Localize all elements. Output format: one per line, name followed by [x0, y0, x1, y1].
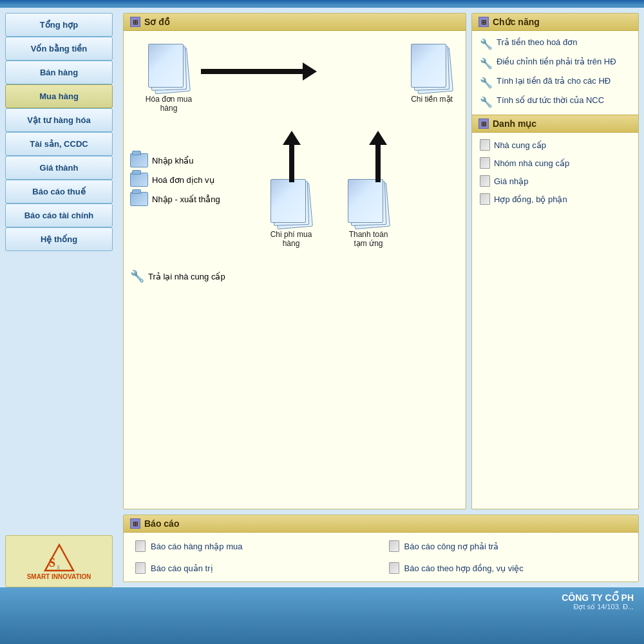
sidebar-btn-vat-tu-hang-hoa[interactable]: Vật tư hàng hóa: [5, 108, 113, 132]
arrow-up-line-1: [289, 145, 294, 182]
arrow-up-2: [368, 131, 388, 182]
chi-tien-label: Chi tiền mặt: [411, 95, 453, 104]
sidebar: Tổng hợpVốn bằng tiềnBán hàngMua hàngVật…: [0, 8, 118, 587]
danh-muc-icon: ⊞: [478, 118, 489, 129]
tra-lai-item[interactable]: 🔧 Trả lại nhà cung cấp: [130, 269, 225, 289]
arrow-up-line-2: [375, 145, 381, 182]
bao-cao-title: Báo cáo: [144, 518, 179, 529]
top-content: ⊞ Sơ đồ Hóa đơn mua hàng: [123, 13, 639, 509]
bc-label: Báo cáo quản trị: [151, 564, 213, 573]
so-do-panel: ⊞ Sơ đồ Hóa đơn mua hàng: [123, 13, 466, 509]
chi-tien-mat-node[interactable]: Chi tiền mặt: [411, 44, 453, 104]
danh-muc-header: ⊞ Danh mục: [472, 115, 638, 133]
dm-label: Nhà cung cấp: [494, 140, 546, 150]
bc-doc-icon: [135, 562, 146, 574]
bao-cao-item[interactable]: Báo cáo hàng nhập mua: [134, 538, 375, 554]
sidebar-btn-mua-hang[interactable]: Mua hàng: [5, 84, 113, 108]
sidebar-btn-tai-san-ccdc[interactable]: Tài sản, CCDC: [5, 132, 113, 156]
bao-cao-item[interactable]: Báo cáo công nợ phải trả: [388, 538, 629, 554]
hoa-don-mua-hang-node[interactable]: Hóa đơn mua hàng: [143, 44, 194, 113]
danh-muc-item[interactable]: Hợp đồng, bộ phận: [478, 191, 632, 207]
thanh-toan-tam-ung-node[interactable]: Thanh toán tạm ứng: [343, 179, 394, 248]
tra-lai-label: Trả lại nhà cung cấp: [148, 272, 225, 281]
bao-cao-content: Báo cáo hàng nhập muaBáo cáo công nợ phả…: [124, 533, 638, 582]
hoa-don-dich-vu-item[interactable]: Hoá đơn dịch vụ: [130, 173, 220, 187]
bao-cao-header: ⊞ Báo cáo: [124, 515, 638, 533]
chuc-nang-item[interactable]: 🔧Tính số dư tức thời của NCC: [478, 93, 632, 111]
chuc-nang-item[interactable]: 🔧Điều chỉnh tiền phải trả trên HĐ: [478, 54, 632, 72]
nhap-khau-folder-icon: [130, 153, 148, 167]
sidebar-buttons: Tổng hợpVốn bằng tiềnBán hàngMua hàngVật…: [5, 13, 113, 251]
chuc-nang-item[interactable]: 🔧Tính lại tiền đã trả cho các HĐ: [478, 73, 632, 91]
main-area: Tổng hợpVốn bằng tiềnBán hàngMua hàngVật…: [0, 8, 644, 587]
dm-doc-icon: [480, 139, 490, 151]
nhap-xuat-thang-item[interactable]: Nhập - xuất thẳng: [130, 192, 220, 206]
arrow-right: [201, 62, 317, 81]
func-label: Tính số dư tức thời của NCC: [497, 95, 604, 105]
doc-page-3: [148, 44, 184, 88]
doc-page-9: [270, 179, 306, 223]
danh-muc-item[interactable]: Giá nhập: [478, 173, 632, 189]
danh-muc-item[interactable]: Nhóm nhà cung cấp: [478, 155, 632, 171]
dm-label: Giá nhập: [494, 176, 529, 186]
bottom-bar: CÔNG TY CỔ PH Đợt số 14/103. Đ...: [0, 587, 644, 644]
so-do-content: Hóa đơn mua hàng Chi ti: [124, 31, 466, 509]
bao-cao-item[interactable]: Báo cáo theo hợp đồng, vụ việc: [388, 560, 629, 576]
bao-cao-panel: ⊞ Báo cáo Báo cáo hàng nhập muaBáo cáo c…: [123, 515, 639, 582]
bc-label: Báo cáo hàng nhập mua: [151, 542, 242, 551]
nhap-khau-item[interactable]: Nhập khẩu: [130, 153, 220, 167]
sidebar-btn-von-bang-tien[interactable]: Vốn bằng tiền: [5, 37, 113, 61]
tra-lai-tool[interactable]: 🔧 Trả lại nhà cung cấp: [130, 269, 225, 283]
bc-doc-icon: [135, 540, 146, 552]
thanh-toan-pages: [348, 179, 390, 227]
chuc-nang-title: Chức năng: [493, 17, 540, 27]
so-do-icon: ⊞: [130, 17, 140, 27]
danh-muc-title: Danh mục: [493, 118, 536, 129]
company-name: CÔNG TY CỔ PH: [562, 592, 634, 603]
bao-cao-item[interactable]: Báo cáo quản trị: [134, 560, 375, 576]
so-do-header: ⊞ Sơ đồ: [124, 14, 466, 31]
dm-label: Nhóm nhà cung cấp: [494, 158, 569, 168]
dm-doc-icon: [480, 175, 490, 187]
bao-cao-icon: ⊞: [130, 518, 140, 529]
logo-icon: S s: [43, 542, 76, 573]
sidebar-btn-bao-cao-thue[interactable]: Báo cáo thuế: [5, 180, 113, 204]
chuc-nang-item[interactable]: 🔧Trả tiền theo hoá đơn: [478, 35, 632, 53]
nhap-xuat-thang-folder-icon: [130, 192, 148, 206]
hoa-don-dich-vu-label: Hoá đơn dịch vụ: [152, 175, 214, 185]
content: ⊞ Sơ đồ Hóa đơn mua hàng: [118, 8, 644, 587]
chi-phi-pages: [270, 179, 312, 227]
hoa-don-label: Hóa đơn mua hàng: [143, 95, 194, 113]
bc-doc-icon: [389, 540, 399, 552]
thanh-toan-label: Thanh toán tạm ứng: [343, 230, 394, 248]
func-label: Điều chỉnh tiền phải trả trên HĐ: [497, 57, 616, 66]
chi-phi-mua-hang-node[interactable]: Chi phí mua hàng: [265, 179, 317, 248]
danh-muc-content: Nhà cung cấpNhóm nhà cung cấpGiá nhậpHợp…: [472, 133, 638, 211]
chuc-nang-content: 🔧Trả tiền theo hoá đơn🔧Điều chỉnh tiền p…: [472, 31, 638, 115]
company-info: CÔNG TY CỔ PH Đợt số 14/103. Đ...: [562, 592, 634, 611]
sidebar-btn-tong-hop[interactable]: Tổng hợp: [5, 13, 113, 37]
danh-muc-item[interactable]: Nhà cung cấp: [478, 137, 632, 153]
hoa-don-pages: [148, 44, 190, 92]
sidebar-btn-he-thong[interactable]: Hệ thống: [5, 227, 113, 251]
top-bar: [0, 0, 644, 5]
company-sub: Đợt số 14/103. Đ...: [562, 603, 634, 611]
bc-label: Báo cáo theo hợp đồng, vụ việc: [404, 564, 524, 573]
chuc-nang-panel: ⊞ Chức năng 🔧Trả tiền theo hoá đơn🔧Điều …: [471, 13, 639, 509]
arrow-up-head-2: [369, 131, 387, 145]
func-icon: 🔧: [480, 38, 493, 50]
func-icon: 🔧: [480, 77, 493, 89]
sidebar-btn-gia-thanh[interactable]: Giá thành: [5, 156, 113, 180]
func-icon: 🔧: [480, 57, 493, 70]
chuc-nang-icon: ⊞: [478, 17, 489, 27]
arrow-up-1: [282, 131, 301, 182]
sidebar-btn-ban-hang[interactable]: Bán hàng: [5, 61, 113, 84]
nhap-xuat-thang-label: Nhập - xuất thẳng: [152, 194, 220, 204]
nhap-khau-label: Nhập khẩu: [152, 156, 193, 166]
sidebar-btn-bao-cao-tai-chinh[interactable]: Báo cáo tài chính: [5, 204, 113, 227]
logo-text: SMART INNOVATION: [27, 573, 91, 580]
arrow-head: [303, 62, 317, 80]
bc-doc-icon: [389, 562, 399, 574]
bc-label: Báo cáo công nợ phải trả: [404, 542, 499, 551]
folder-items-group: Nhập khẩu Hoá đơn dịch vụ Nhập - xuất th…: [130, 153, 220, 211]
